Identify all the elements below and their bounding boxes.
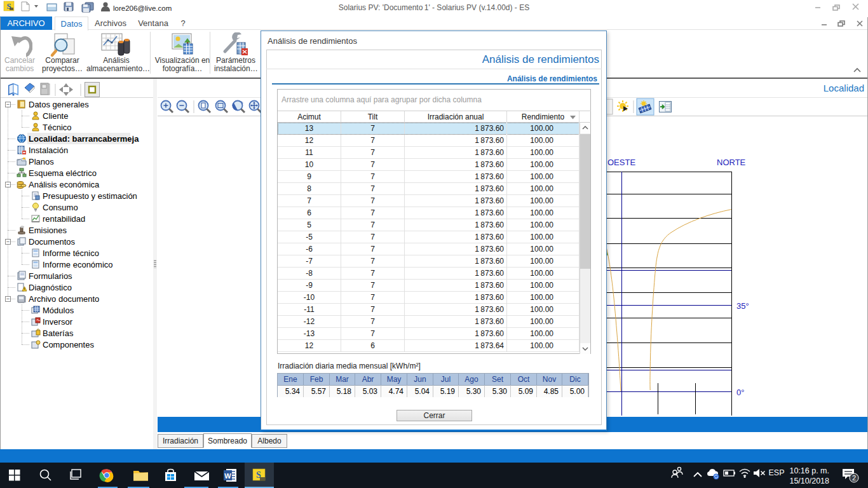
svg-text:15/10/2018: 15/10/2018: [789, 477, 829, 485]
svg-text:0°: 0°: [736, 388, 744, 397]
svg-text:NORTE: NORTE: [717, 158, 746, 167]
svg-text:35°: 35°: [736, 301, 749, 311]
svg-text:2: 2: [852, 474, 856, 482]
svg-text:W: W: [224, 472, 231, 480]
svg-text:ESP: ESP: [768, 468, 784, 477]
svg-text:10:16 p. m.: 10:16 p. m.: [789, 466, 829, 475]
svg-text:OESTE: OESTE: [607, 158, 635, 167]
